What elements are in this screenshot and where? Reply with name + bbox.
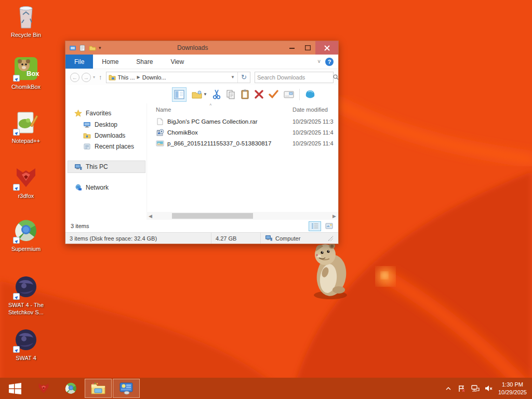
status-bar: 3 items (Disk free space: 32.4 GB) 4.27 … <box>65 232 338 244</box>
forward-button[interactable]: → <box>82 73 91 82</box>
qat-explorer-icon[interactable] <box>69 45 76 51</box>
paste-button[interactable] <box>241 87 249 102</box>
tab-file[interactable]: File <box>65 55 93 69</box>
resize-grip[interactable] <box>328 236 333 241</box>
up-button[interactable]: ↑ <box>99 73 102 81</box>
large-icons-view-button[interactable] <box>323 221 335 231</box>
start-button[interactable] <box>0 378 30 399</box>
history-dropdown-icon[interactable]: ▾ <box>93 75 95 79</box>
network-status-icon[interactable] <box>471 385 480 392</box>
refresh-button[interactable]: ↻ <box>237 72 250 83</box>
details-view-button[interactable] <box>309 221 321 231</box>
file-name: p_866_20151211155337_0-513830817 <box>167 140 292 147</box>
scroll-right-icon[interactable]: ▶ <box>330 214 338 219</box>
minimize-button[interactable] <box>284 41 300 55</box>
column-header-date-modified[interactable]: Date modified <box>292 107 338 113</box>
back-button[interactable]: ← <box>70 73 79 82</box>
breadcrumb[interactable]: This ... ▶ Downlo... ▼ ↻ <box>106 72 250 83</box>
shortcut-arrow-icon <box>13 129 20 136</box>
tab-view[interactable]: View <box>162 55 193 69</box>
ribbon-collapse-icon[interactable]: ˅ <box>317 59 321 64</box>
explorer-window: ▾ Downloads File Home Share View ˅ ? ← →… <box>65 41 339 244</box>
desktop-icon-recycle-bin[interactable]: Recycle Bin <box>1 4 51 39</box>
qat-new-folder-button[interactable] <box>89 45 96 51</box>
computer-icon <box>265 235 273 242</box>
desktop-icon-swat4[interactable]: SWAT 4 <box>1 327 51 362</box>
desktop-icon-notepad-plus-plus[interactable]: Notepad++ <box>1 110 51 145</box>
action-center-flag-icon[interactable] <box>458 385 466 392</box>
check-button[interactable] <box>269 87 278 102</box>
clock-date: 10/29/2025 <box>498 389 527 396</box>
copy-button[interactable] <box>226 87 235 102</box>
image-file-icon <box>156 140 164 147</box>
clock[interactable]: 1:30 PM 10/29/2025 <box>498 381 527 396</box>
address-dropdown-icon[interactable]: ▼ <box>228 75 237 79</box>
mail-button[interactable] <box>284 87 294 102</box>
help-button[interactable]: ? <box>325 58 334 66</box>
desktop-icon-r3dfox[interactable]: r3dfox <box>1 165 51 200</box>
column-header-name[interactable]: Name <box>147 107 292 113</box>
desktop-icon-label: SWAT 4 <box>1 355 51 362</box>
monitor-icon <box>83 121 91 128</box>
maximize-button[interactable] <box>300 41 315 55</box>
command-toolbar: ▼ <box>65 85 338 103</box>
nav-desktop[interactable]: Desktop <box>65 119 147 130</box>
tab-home[interactable]: Home <box>93 55 127 69</box>
new-folder-dropdown-icon[interactable]: ▼ <box>203 92 207 97</box>
nav-downloads[interactable]: Downloads <box>65 130 147 141</box>
delete-button[interactable] <box>255 87 263 102</box>
search-input[interactable] <box>255 74 333 81</box>
computer-icon <box>74 163 82 170</box>
file-row[interactable]: BigJon's PC Games Collection.rar 10/29/2… <box>147 116 338 127</box>
tray-expand-icon[interactable] <box>444 385 453 392</box>
desktop-icon-label: Recycle Bin <box>1 32 51 39</box>
nav-this-pc[interactable]: This PC <box>68 161 145 173</box>
shell-button[interactable] <box>305 87 315 102</box>
search-box[interactable] <box>255 72 334 83</box>
hamster-mascot[interactable] <box>308 240 354 300</box>
scrollbar-thumb[interactable] <box>172 213 253 219</box>
sort-ascending-icon: ˄ <box>209 102 212 107</box>
window-title: Downloads <box>101 44 284 51</box>
qat-properties-button[interactable] <box>79 45 86 51</box>
swat4-icon <box>12 327 39 353</box>
desktop-icon-chomikbox[interactable]: Box ChomikBox <box>1 56 51 91</box>
breadcrumb-this-pc[interactable]: This ... <box>118 74 135 81</box>
navigation-pane: Favorites Desktop Downloads Recent place… <box>65 103 147 212</box>
file-row[interactable]: p_866_20151211155337_0-513830817 10/29/2… <box>147 138 338 149</box>
folder-icon <box>109 74 116 81</box>
taskbar-explorer-button[interactable] <box>85 379 112 398</box>
search-icon <box>333 73 341 82</box>
desktop-icon-swat4-stetchkov[interactable]: SWAT 4 - The Stetchkov S... <box>1 274 51 316</box>
chomikbox-icon: Box <box>12 56 39 82</box>
desktop-icon-label: SWAT 4 - The Stetchkov S... <box>1 302 51 316</box>
tab-share[interactable]: Share <box>127 55 162 69</box>
cut-button[interactable] <box>212 87 221 102</box>
scroll-left-icon[interactable]: ◀ <box>147 214 154 219</box>
nav-recent-places[interactable]: Recent places <box>65 141 147 152</box>
file-row[interactable]: ChomikBox 10/29/2025 11:4 <box>147 127 338 138</box>
items-count: 3 items <box>71 223 89 229</box>
taskbar-supermium-button[interactable] <box>57 378 84 399</box>
nav-network[interactable]: Network <box>65 182 147 193</box>
taskbar-app-button[interactable] <box>113 379 140 398</box>
preview-pane-button[interactable] <box>172 87 187 102</box>
taskbar-r3dfox-button[interactable] <box>30 378 57 399</box>
desktop-icon-supermium[interactable]: Supermium <box>1 218 51 253</box>
address-bar: ← → ▾ ↑ This ... ▶ Downlo... ▼ ↻ <box>65 69 338 85</box>
horizontal-scrollbar[interactable]: ◀ ▶ <box>147 212 338 220</box>
nav-label: Network <box>86 184 109 191</box>
shortcut-arrow-icon <box>13 346 20 353</box>
title-bar[interactable]: ▾ Downloads <box>65 41 338 55</box>
ribbon-tabs: File Home Share View ˅ ? <box>65 55 338 69</box>
nav-label: Desktop <box>95 121 117 128</box>
desktop-icon-label: ChomikBox <box>1 84 51 91</box>
close-button[interactable] <box>315 41 338 55</box>
shortcut-arrow-icon <box>13 75 20 82</box>
nav-favorites[interactable]: Favorites <box>65 108 147 119</box>
status-location: Computer <box>275 235 300 242</box>
taskbar: 1:30 PM 10/29/2025 <box>0 378 532 399</box>
new-folder-button[interactable]: ▼ <box>192 87 207 102</box>
volume-muted-icon[interactable] <box>485 385 493 392</box>
breadcrumb-downloads[interactable]: Downlo... <box>142 74 166 81</box>
